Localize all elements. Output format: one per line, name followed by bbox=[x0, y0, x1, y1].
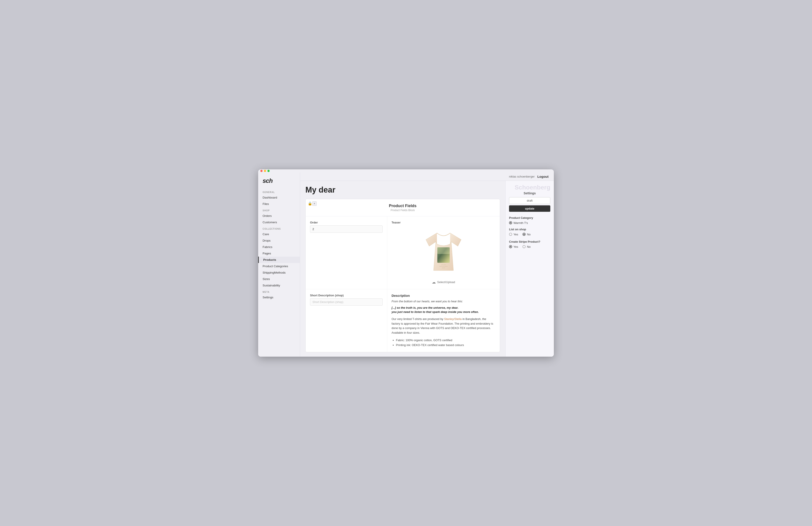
logout-button[interactable]: Logout bbox=[537, 175, 549, 179]
content-area: My dear 🔒 × Product Fields Product Field… bbox=[300, 181, 554, 357]
short-desc-section: Short Description (shop) bbox=[306, 289, 387, 352]
list-on-shop-no-label: No bbox=[527, 233, 531, 236]
sidebar-section-collections: COLLECTIONS bbox=[258, 226, 300, 231]
short-desc-label: Short Description (shop) bbox=[310, 294, 382, 297]
settings-title: Settings bbox=[509, 191, 550, 195]
sidebar-item-settings[interactable]: Settings bbox=[258, 294, 300, 300]
create-stripe-yes-radio[interactable] bbox=[509, 245, 512, 248]
desc-intro: From the bottom of our hearts, we want y… bbox=[392, 300, 495, 303]
list-on-shop-group: Yes No bbox=[509, 233, 550, 237]
block-subtitle: Product Fields Block bbox=[310, 209, 495, 212]
svg-text:my dear: my dear bbox=[442, 267, 445, 268]
product-category-group: Warmth T's bbox=[509, 221, 550, 225]
sidebar-item-shipping-methods[interactable]: ShippingMethods bbox=[258, 269, 300, 276]
settings-panel: Schoenberg Settings draft update Product… bbox=[505, 181, 554, 357]
create-stripe-yes[interactable]: Yes bbox=[509, 245, 518, 248]
settings-brand: Schoenberg bbox=[509, 184, 550, 190]
teaser-label: Teaser bbox=[392, 221, 495, 224]
block-bottom: Short Description (shop) Description Fro… bbox=[306, 289, 500, 352]
sidebar-section-general: GENERAL bbox=[258, 189, 300, 194]
create-stripe-no[interactable]: No bbox=[522, 245, 531, 248]
sidebar-item-sizes[interactable]: Sizes bbox=[258, 276, 300, 282]
minimize-dot[interactable] bbox=[264, 170, 266, 172]
page-area: My dear 🔒 × Product Fields Product Field… bbox=[300, 181, 505, 357]
block-right: Teaser bbox=[387, 216, 500, 289]
list-on-shop-yes-label: Yes bbox=[513, 233, 518, 236]
page-title: My dear bbox=[305, 185, 500, 195]
draft-button[interactable]: draft bbox=[509, 197, 550, 204]
desc-list-item: Printing ink: OEKO-TEX certified water b… bbox=[396, 343, 495, 347]
sidebar-item-care[interactable]: Care bbox=[258, 231, 300, 237]
block-header: Product Fields Product Fields Block bbox=[306, 199, 500, 216]
sidebar-item-product-categories[interactable]: Product Categories bbox=[258, 263, 300, 269]
sidebar-item-files[interactable]: Files bbox=[258, 201, 300, 207]
sidebar-item-pages[interactable]: Pages bbox=[258, 250, 300, 257]
sidebar-item-sustainability[interactable]: Sustainability bbox=[258, 282, 300, 289]
order-input[interactable] bbox=[310, 226, 382, 233]
logo: sch bbox=[258, 176, 300, 189]
list-on-shop-label: List on shop bbox=[509, 228, 550, 231]
maximize-dot[interactable] bbox=[267, 170, 270, 172]
product-category-value: Warmth T's bbox=[513, 221, 528, 225]
create-stripe-no-label: No bbox=[527, 245, 531, 248]
svg-text:so the truth is: so the truth is bbox=[441, 264, 446, 265]
create-stripe-label: Create Stripe Product? bbox=[509, 240, 550, 243]
select-upload-label: Select/Upload bbox=[437, 281, 455, 284]
topbar-username: niklas schoenberger bbox=[509, 175, 535, 178]
radio-dot bbox=[510, 222, 511, 224]
sidebar-item-dashboard[interactable]: Dashboard bbox=[258, 194, 300, 201]
product-fields-block: 🔒 × Product Fields Product Fields Block … bbox=[305, 199, 500, 352]
app-window: sch GENERAL Dashboard Files SHOP Orders … bbox=[258, 169, 554, 357]
short-desc-input[interactable] bbox=[310, 298, 382, 305]
teaser-image-container: so the truth is you are the universe my … bbox=[392, 226, 495, 277]
create-stripe-group: Yes No bbox=[509, 245, 550, 249]
app-body: sch GENERAL Dashboard Files SHOP Orders … bbox=[258, 172, 554, 357]
desc-body: Our very limited T-shirts are produced b… bbox=[392, 317, 495, 335]
sidebar-item-products[interactable]: Products bbox=[258, 257, 300, 263]
product-category-label: Product Category bbox=[509, 216, 550, 219]
sidebar-section-shop: SHOP bbox=[258, 207, 300, 213]
sidebar: sch GENERAL Dashboard Files SHOP Orders … bbox=[258, 172, 300, 357]
topbar-right: niklas schoenberger Logout bbox=[509, 175, 549, 179]
create-stripe-no-radio[interactable] bbox=[522, 245, 526, 248]
sidebar-item-customers[interactable]: Customers bbox=[258, 219, 300, 226]
description-section: Description From the bottom of our heart… bbox=[387, 289, 500, 352]
sidebar-item-orders[interactable]: Orders bbox=[258, 213, 300, 219]
block-title: Product Fields bbox=[310, 203, 495, 208]
lock-icon: 🔒 bbox=[308, 201, 312, 205]
product-category-radio[interactable] bbox=[509, 221, 512, 224]
list-on-shop-no[interactable]: No bbox=[522, 233, 531, 236]
create-stripe-yes-label: Yes bbox=[513, 245, 518, 248]
order-label: Order bbox=[310, 221, 382, 224]
topbar: niklas schoenberger Logout bbox=[300, 172, 554, 181]
desc-list: Fabric: 100% organic cotton, GOTS certif… bbox=[392, 338, 495, 347]
product-category-item[interactable]: Warmth T's bbox=[509, 221, 550, 225]
main-content: niklas schoenberger Logout My dear 🔒 × P… bbox=[300, 172, 554, 357]
desc-list-item: Fabric: 100% organic cotton, GOTS certif… bbox=[396, 338, 495, 343]
description-label: Description bbox=[392, 294, 495, 297]
radio-dot bbox=[510, 246, 511, 247]
tshirt-image: so the truth is you are the universe my … bbox=[421, 226, 466, 277]
stanley-stella-link[interactable]: Stanley/Stella bbox=[444, 317, 462, 321]
close-block-button[interactable]: × bbox=[312, 201, 317, 206]
select-upload-button[interactable]: ☁ Select/Upload bbox=[392, 280, 495, 285]
upload-icon: ☁ bbox=[432, 280, 436, 285]
titlebar bbox=[258, 169, 554, 172]
sidebar-section-meta: META bbox=[258, 289, 300, 294]
list-on-shop-yes-radio[interactable] bbox=[509, 233, 512, 236]
radio-dot bbox=[523, 233, 525, 235]
svg-rect-1 bbox=[437, 247, 450, 254]
list-on-shop-yes[interactable]: Yes bbox=[509, 233, 518, 236]
list-on-shop-no-radio[interactable] bbox=[522, 233, 526, 236]
desc-quote: [...] so the truth is, you are the unive… bbox=[392, 305, 495, 314]
sidebar-item-drops[interactable]: Drops bbox=[258, 237, 300, 244]
block-body: Order Teaser bbox=[306, 216, 500, 289]
close-dot[interactable] bbox=[260, 170, 263, 172]
sidebar-item-fabrics[interactable]: Fabrics bbox=[258, 244, 300, 250]
block-left: Order bbox=[306, 216, 387, 289]
svg-text:you are the universe: you are the universe bbox=[439, 266, 448, 267]
update-button[interactable]: update bbox=[509, 205, 550, 212]
